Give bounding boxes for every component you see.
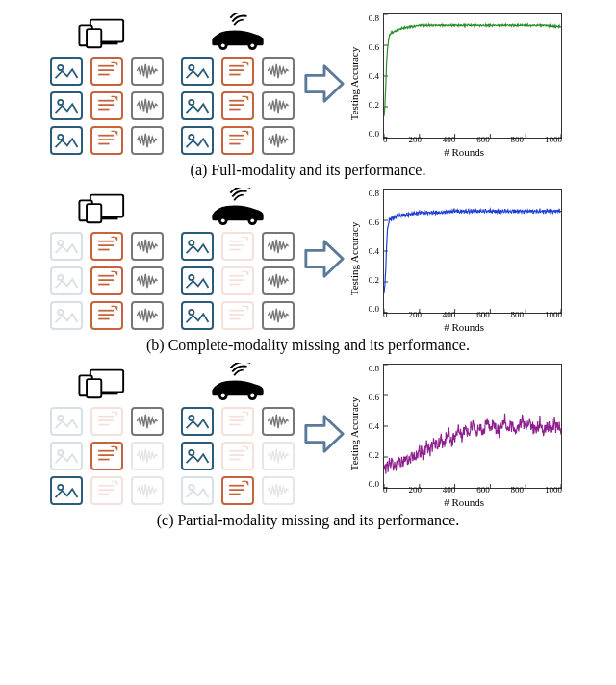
figure-panel: Testing Accuracy 0.80.60.40.20.0 0200400…: [8, 185, 608, 354]
img-modality-icon: [181, 442, 214, 470]
client-block: [50, 363, 164, 505]
aud-modality-icon: [131, 476, 164, 505]
panel-caption: (a) Full-modality and its performance.: [191, 162, 426, 179]
x-axis-label: # Rounds: [444, 146, 484, 158]
img-modality-icon: [181, 266, 214, 295]
txt-modality-icon: [90, 476, 123, 505]
xtick: 0: [383, 310, 388, 319]
aud-modality-icon: [131, 407, 164, 436]
aud-modality-icon: [262, 476, 295, 505]
txt-modality-icon: [221, 126, 254, 155]
arrow-icon: [302, 237, 346, 281]
aud-modality-icon: [131, 301, 164, 330]
ytick: 0.8: [362, 189, 379, 198]
xtick: 400: [443, 485, 456, 495]
txt-modality-icon: [90, 126, 123, 155]
scenario-diagram: [50, 363, 295, 505]
xtick: 800: [511, 485, 525, 495]
client-block: [50, 13, 164, 155]
client-block: [181, 13, 295, 155]
aud-modality-icon: [131, 91, 164, 120]
panel-caption: (c) Partial-modality missing and its per…: [157, 512, 460, 529]
img-modality-icon: [181, 407, 214, 436]
ytick: 0.6: [362, 393, 379, 402]
devices-icon: [68, 188, 145, 226]
xtick: 0: [383, 135, 388, 144]
xtick: 600: [476, 135, 490, 144]
client-block: [50, 188, 164, 330]
img-modality-icon: [50, 126, 83, 155]
client-block: [181, 188, 295, 330]
img-modality-icon: [50, 301, 83, 330]
aud-modality-icon: [262, 442, 295, 470]
xtick: 600: [476, 485, 490, 495]
txt-modality-icon: [90, 266, 123, 295]
img-modality-icon: [50, 407, 83, 436]
figure-panel: Testing Accuracy 0.80.60.40.20.0 0200400…: [8, 360, 608, 529]
txt-modality-icon: [90, 301, 123, 330]
ytick: 0.2: [362, 275, 379, 285]
arrow-icon: [302, 412, 346, 456]
txt-modality-icon: [221, 301, 254, 330]
xtick: 200: [408, 485, 422, 495]
txt-modality-icon: [90, 57, 123, 86]
xtick: 400: [443, 310, 456, 319]
xtick: 400: [443, 135, 456, 144]
txt-modality-icon: [221, 442, 254, 470]
img-modality-icon: [181, 476, 214, 505]
arrow-icon: [302, 62, 346, 106]
y-axis-label: Testing Accuracy: [348, 397, 360, 471]
aud-modality-icon: [262, 126, 295, 155]
img-modality-icon: [50, 57, 83, 86]
img-modality-icon: [50, 476, 83, 505]
xtick: 1000: [545, 310, 562, 319]
chart: Testing Accuracy 0.80.60.40.20.0 0200400…: [354, 360, 566, 508]
xtick: 800: [511, 310, 525, 319]
txt-modality-icon: [221, 57, 254, 86]
chart-plot-area: [383, 189, 562, 314]
img-modality-icon: [181, 91, 214, 120]
modality-grid: [50, 57, 164, 155]
xtick: 200: [408, 310, 422, 319]
xtick: 1000: [545, 485, 562, 495]
aud-modality-icon: [262, 57, 295, 86]
img-modality-icon: [50, 442, 83, 470]
aud-modality-icon: [131, 232, 164, 261]
aud-modality-icon: [262, 407, 295, 436]
xtick: 1000: [545, 135, 562, 144]
xtick: 800: [511, 135, 525, 144]
ytick: 0.4: [362, 421, 379, 431]
ytick: 0.8: [362, 364, 379, 373]
img-modality-icon: [181, 301, 214, 330]
ytick: 0.6: [362, 42, 379, 52]
img-modality-icon: [181, 126, 214, 155]
txt-modality-icon: [221, 476, 254, 505]
chart-plot-area: [383, 13, 562, 139]
panel-caption: (b) Complete-modality missing and its pe…: [146, 337, 470, 354]
txt-modality-icon: [221, 91, 254, 120]
xtick: 600: [476, 310, 490, 319]
txt-modality-icon: [221, 407, 254, 436]
modality-grid: [181, 57, 295, 155]
devices-icon: [68, 13, 145, 51]
txt-modality-icon: [90, 232, 123, 261]
txt-modality-icon: [90, 407, 123, 436]
img-modality-icon: [50, 91, 83, 120]
txt-modality-icon: [90, 91, 123, 120]
img-modality-icon: [50, 232, 83, 261]
ytick: 0.4: [362, 246, 379, 256]
txt-modality-icon: [221, 232, 254, 261]
ytick: 0.0: [362, 479, 379, 489]
connected-car-icon: [199, 188, 276, 226]
chart: Testing Accuracy 0.80.60.40.20.0 0200400…: [354, 10, 566, 158]
ytick: 0.0: [362, 129, 379, 139]
ytick: 0.6: [362, 217, 379, 227]
aud-modality-icon: [131, 57, 164, 86]
y-axis-label: Testing Accuracy: [348, 222, 360, 296]
aud-modality-icon: [262, 91, 295, 120]
scenario-diagram: [50, 13, 295, 155]
img-modality-icon: [181, 232, 214, 261]
ytick: 0.2: [362, 100, 379, 110]
img-modality-icon: [50, 266, 83, 295]
ytick: 0.8: [362, 13, 379, 23]
